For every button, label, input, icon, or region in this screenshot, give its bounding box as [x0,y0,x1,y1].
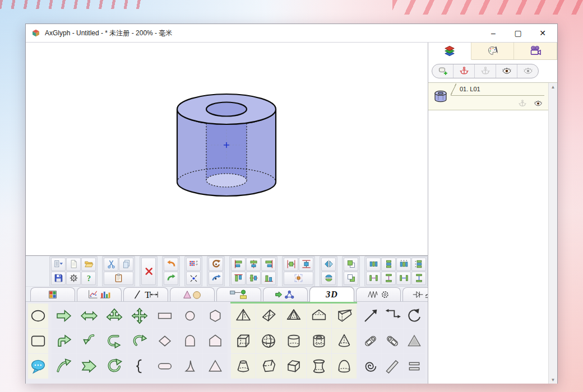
toolbar-button-center-both[interactable] [284,272,313,285]
toolbar-button-open-folder[interactable] [81,258,96,271]
palette-item-dome[interactable] [332,354,357,379]
layer-row[interactable]: 01. L01 [428,83,549,110]
category-tab-shapes[interactable] [170,287,215,301]
palette-item-tri-gray[interactable] [404,329,425,353]
palette-item-arrow-step[interactable] [382,304,403,328]
scroll-up-arrow[interactable]: ▲ [551,83,556,91]
category-tab-chart[interactable] [77,287,122,301]
palette-item-bars[interactable] [404,354,425,379]
palette-item-pin[interactable] [360,329,381,353]
palette-item-ellipse[interactable] [28,304,48,328]
toolbar-button-align-hcenter[interactable] [246,258,261,271]
maximize-button[interactable]: ▢ [506,25,530,41]
palette-item-arrow-ccw[interactable] [404,304,425,328]
palette-item-sphere[interactable] [256,329,281,353]
toolbar-button-redo[interactable] [164,272,178,285]
toolbar-button-save[interactable] [51,272,66,285]
palette-item-tetra2[interactable] [256,304,281,328]
layer-button-add-layer[interactable] [432,64,454,78]
layer-scrollbar[interactable]: ▲ ▼ [548,83,557,384]
category-tab-image[interactable] [30,287,75,301]
drawing-canvas[interactable] [26,43,428,256]
palette-item-shape-rect[interactable] [152,304,177,328]
toolbar-button-rotate[interactable] [209,258,223,271]
toolbar-button-space-h[interactable] [366,272,381,285]
canvas-object-hollow-cylinder[interactable] [175,93,278,198]
palette-item-rod[interactable] [382,354,403,379]
palette-item-shape-circle[interactable] [178,304,202,328]
palette-item-shape-pentagon[interactable] [203,329,228,353]
toolbar-button-dist-v-dots[interactable] [411,258,426,271]
close-button[interactable]: ✕ [530,25,555,41]
toolbar-button-align-bottom[interactable] [261,272,276,285]
palette-item-arrow-bent[interactable] [52,329,76,353]
category-tab-mechanical[interactable] [356,287,401,301]
toolbar-button-align-vcenter[interactable] [246,272,261,285]
toolbar-button-dist-h-dots[interactable] [396,258,411,271]
toolbar-button-flip-v[interactable] [321,272,336,285]
palette-item-shape-brace[interactable] [127,354,152,379]
toolbar-button-menu[interactable] [51,258,66,271]
toolbar-button-delete[interactable] [141,258,156,285]
toolbar-button-center-h[interactable] [284,258,298,271]
palette-item-arrow-loop[interactable] [127,329,152,353]
palette-item-arrow-curve[interactable] [52,354,76,379]
palette-item-frustum[interactable] [231,354,256,379]
palette-item-arrow-refresh[interactable] [102,354,127,379]
layer-visibility-icon[interactable] [533,99,543,108]
toolbar-button-new-doc[interactable] [66,258,81,271]
category-tab-3d[interactable]: 3D [309,287,354,302]
category-tab-flowchart[interactable] [216,287,261,301]
palette-item-prism-wedge[interactable] [332,304,357,328]
toolbar-button-explode[interactable] [186,272,201,285]
toolbar-button-paste[interactable] [104,272,133,285]
palette-item-cone[interactable] [332,329,357,353]
palette-item-pyramid[interactable] [281,304,306,328]
layer-button-visibility-disabled[interactable] [517,64,538,78]
toolbar-button-undo[interactable] [164,258,178,271]
palette-item-shape-arch[interactable] [178,329,202,353]
palette-item-arrow-notch[interactable] [77,354,101,379]
toolbar-button-flip-h[interactable] [321,258,336,271]
toolbar-button-align-left[interactable] [231,258,246,271]
palette-item-arrow-scurve[interactable] [77,329,101,353]
palette-item-shape-triangle[interactable] [203,354,228,379]
panel-tab-style[interactable] [471,43,515,59]
panel-tab-animation[interactable] [514,43,557,59]
minimize-button[interactable]: – [481,25,506,41]
toolbar-button-space-v[interactable] [381,272,396,285]
toolbar-button-help[interactable] [81,272,96,285]
palette-item-shape-diamond[interactable] [152,329,177,353]
palette-item-tetra[interactable] [231,304,256,328]
toolbar-button-center-v[interactable] [299,258,313,271]
category-tab-line-text[interactable] [123,287,168,301]
palette-item-box-slant[interactable] [281,354,306,379]
palette-item-hyperboloid[interactable] [307,354,331,379]
toolbar-button-cut[interactable] [104,258,118,271]
palette-item-arrow-uturn[interactable] [102,329,127,353]
palette-item-arrow-right[interactable] [52,304,76,328]
layer-button-visibility[interactable] [496,64,517,78]
palette-item-arrow-quad[interactable] [127,304,152,328]
palette-item-shape-hexagon[interactable] [203,304,228,328]
panel-tab-layers[interactable] [428,43,471,60]
layer-button-anchor[interactable] [454,64,475,78]
toolbar-button-align-right[interactable] [261,258,276,271]
palette-item-tube[interactable] [307,329,331,353]
layer-button-anchor-disabled[interactable] [475,64,496,78]
toolbar-button-send-back[interactable] [344,272,358,285]
category-tab-chemistry[interactable] [263,287,308,301]
toolbar-button-align-top[interactable] [231,272,246,285]
palette-item-arrow-tri[interactable] [102,304,127,328]
palette-item-arrow-diag[interactable] [360,304,381,328]
palette-item-speech[interactable] [28,354,48,379]
toolbar-button-array[interactable] [186,258,201,271]
palette-item-roundrect[interactable] [28,329,48,353]
palette-item-cylinder[interactable] [281,329,306,353]
toolbar-button-dist-h[interactable] [366,258,381,271]
palette-item-arrow-both[interactable] [77,304,101,328]
palette-item-prism-roof[interactable] [307,304,331,328]
palette-item-shape-capsule[interactable] [152,354,177,379]
toolbar-button-space-v-blue[interactable] [411,272,426,285]
toolbar-button-settings[interactable] [66,272,81,285]
